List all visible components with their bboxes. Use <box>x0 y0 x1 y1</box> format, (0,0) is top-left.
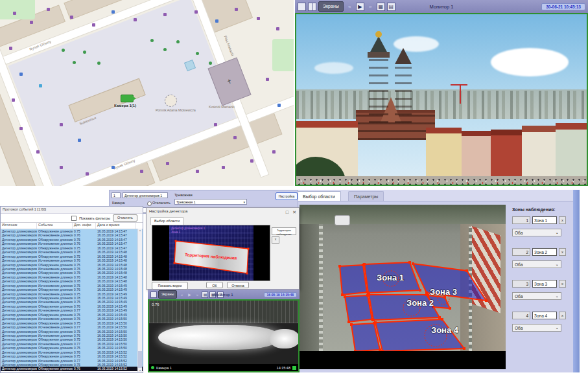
play-icon[interactable]: ▶ <box>186 291 193 298</box>
screens-button[interactable]: Экраны <box>158 290 177 299</box>
grid-icon[interactable]: ▦ <box>209 291 216 298</box>
territory-button[interactable]: Территория наблюдения <box>272 227 296 235</box>
city-map[interactable]: Sukiennice Rynek Główny Rynek Główny Pla… <box>0 0 294 186</box>
alarm-dropdown-value: Тревожная 1 <box>176 200 195 204</box>
zone-number-field[interactable]: 4 <box>512 312 530 319</box>
chevron-down-icon: ▾ <box>243 200 245 204</box>
poi-icon <box>233 136 237 139</box>
zone-polygon[interactable] <box>340 265 367 295</box>
cancel-button[interactable]: Отмена <box>227 282 249 288</box>
zone-group: 3 х Оба ⌄ <box>512 279 572 310</box>
ir-camera-video[interactable]: 0.76 Камера 1 14:15:48 <box>148 299 300 372</box>
show-filters-checkbox[interactable] <box>71 216 76 221</box>
scroll-down-icon[interactable]: ▾ <box>138 369 142 372</box>
rewind-icon[interactable]: « <box>346 3 354 11</box>
zone-delete-button[interactable]: х <box>559 312 566 319</box>
zone-label: Зона 4 <box>431 325 459 335</box>
zone-handle[interactable] <box>374 321 377 324</box>
filter-icon[interactable]: ∇ <box>217 291 224 298</box>
zone-mode-dropdown[interactable]: Оба ⌄ <box>512 292 561 300</box>
scrollbar-thumb[interactable] <box>138 351 142 368</box>
restore-icon[interactable]: □ <box>286 209 288 215</box>
rewind-icon[interactable]: « <box>178 291 185 298</box>
zone-handle[interactable] <box>412 262 414 265</box>
tab-parameters[interactable]: Параметры <box>348 191 384 201</box>
scroll-up-icon[interactable]: ▴ <box>138 229 142 232</box>
zone-mode-dropdown[interactable]: Оба ⌄ <box>512 324 561 332</box>
clear-button[interactable]: Очистить <box>113 214 137 222</box>
zone-name-input[interactable] <box>532 216 557 224</box>
panel-scroll-strip[interactable] <box>573 190 580 372</box>
protocol-scrollbar[interactable]: ▴ ▾ <box>137 229 142 372</box>
zone-number-field[interactable]: 1 <box>512 216 530 224</box>
zone-delete-button[interactable]: х <box>559 216 566 224</box>
screens-button[interactable]: Экраны <box>318 1 344 12</box>
zone-handle[interactable] <box>347 321 350 323</box>
zone-handle[interactable] <box>425 293 428 296</box>
zone-handle[interactable] <box>363 263 366 266</box>
zone-mode-dropdown[interactable]: Оба ⌄ <box>512 229 561 236</box>
print-icon[interactable]: ▤ <box>202 291 208 298</box>
zone-handle[interactable] <box>341 293 344 296</box>
zone-handle[interactable] <box>368 293 370 296</box>
zone-handle[interactable] <box>465 269 468 272</box>
zone-polygon[interactable] <box>351 323 380 351</box>
dialog-tab-area[interactable]: Выбор области <box>150 217 183 225</box>
poi-icon <box>19 127 23 130</box>
zone-handle[interactable] <box>438 316 441 319</box>
poi-icon <box>214 123 217 126</box>
zone-handle[interactable] <box>344 295 346 298</box>
layout-single-icon[interactable] <box>298 3 306 11</box>
zone-name-input[interactable] <box>532 248 557 256</box>
detector-id-input[interactable] <box>112 192 121 198</box>
forward-icon[interactable]: » <box>194 291 200 298</box>
zone-delete-button[interactable]: х <box>559 280 566 288</box>
zone-handle[interactable] <box>350 323 353 326</box>
monitor-tools-icon[interactable]: ▤ <box>387 3 395 11</box>
col-info[interactable]: Доп. инфо <box>73 223 96 229</box>
close-icon[interactable]: ✕ <box>292 209 296 215</box>
show-video-button[interactable]: Показать видео <box>152 282 188 290</box>
zone-number-field[interactable]: 3 <box>512 280 530 288</box>
road-video-frame[interactable]: Зона 1Зона 3Зона 2Зона 4 <box>300 205 506 369</box>
alarm-dropdown[interactable]: Тревожная 1▾ <box>174 199 247 205</box>
zone-number-field[interactable]: 2 <box>512 248 530 256</box>
layout-split-icon[interactable] <box>308 3 316 11</box>
zone-handle[interactable] <box>485 299 488 302</box>
zone-handle[interactable] <box>419 289 421 291</box>
col-datetime[interactable]: Дата и время <box>96 223 136 229</box>
tab-area-selection[interactable]: Выбор области <box>297 191 341 201</box>
table-row[interactable]: Детектор длинномеров 1Обнаружение длинно… <box>1 367 143 371</box>
settings-button[interactable]: Настройка <box>276 192 298 200</box>
col-event[interactable]: Событие <box>37 223 73 229</box>
zone-handle[interactable] <box>338 265 341 268</box>
layout-single-icon[interactable] <box>150 291 157 298</box>
forward-icon[interactable]: » <box>366 3 375 11</box>
disable-radio[interactable] <box>147 201 152 206</box>
zone-polygon[interactable] <box>345 295 372 322</box>
grid-icon[interactable]: ▦ <box>377 3 385 11</box>
zone-mode-dropdown[interactable]: Оба ⌄ <box>512 260 561 268</box>
dialog-video-preview[interactable]: Детектор длинномеров 1 Зона 1 <box>152 225 270 281</box>
play-icon[interactable]: ▶ <box>356 3 364 11</box>
zone-handle[interactable] <box>441 318 443 321</box>
col-source[interactable]: Источник <box>1 223 37 229</box>
zone-handle[interactable] <box>449 307 451 310</box>
zone-delete-button[interactable]: х <box>559 248 566 256</box>
territory-extra-button[interactable]: х <box>272 236 279 244</box>
poi-icon <box>97 62 100 65</box>
ir-tanker-cab <box>270 329 300 348</box>
poi-icon <box>12 98 15 102</box>
zones-overlay[interactable]: Зона 1Зона 3Зона 2Зона 4 <box>300 205 506 351</box>
camera-video-view[interactable] <box>295 13 588 186</box>
detector-name-input[interactable] <box>123 192 168 198</box>
zone-name-input[interactable] <box>532 280 557 288</box>
ok-button[interactable]: ОК <box>206 282 223 288</box>
poi-icon <box>196 52 199 55</box>
zone-handle[interactable] <box>408 261 411 264</box>
zone-handle[interactable] <box>372 319 375 321</box>
zone-handle[interactable] <box>463 347 465 350</box>
camera-map-icon[interactable] <box>121 95 134 102</box>
zone-name-input[interactable] <box>532 312 557 319</box>
zone-polygon[interactable] <box>375 319 464 351</box>
